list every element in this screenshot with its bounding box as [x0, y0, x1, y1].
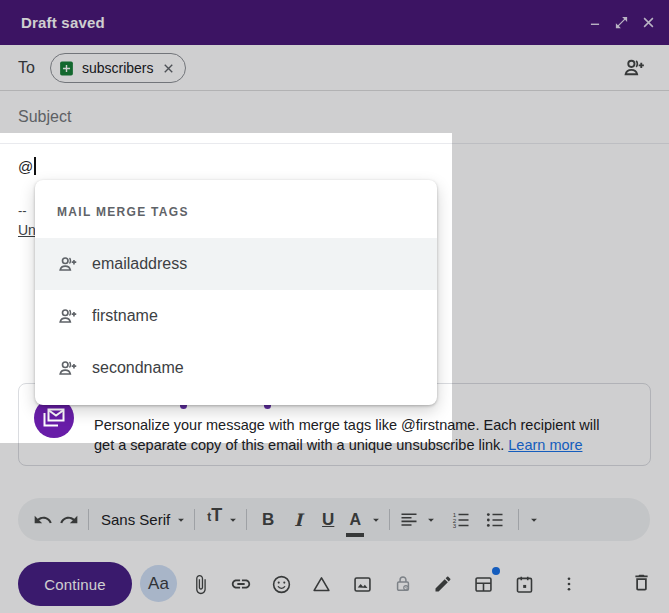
font-size-icon[interactable]: tT	[207, 505, 222, 535]
close-icon[interactable]	[641, 15, 656, 30]
align-icon[interactable]	[396, 505, 422, 535]
sheets-icon	[58, 60, 75, 77]
insert-emoji-icon[interactable]	[269, 571, 293, 597]
remove-recipient-icon[interactable]	[161, 61, 176, 76]
recipients-row[interactable]: To subscribers	[0, 45, 669, 91]
minimize-icon[interactable]	[588, 16, 602, 30]
recipient-chip[interactable]: subscribers	[50, 53, 186, 83]
menu-item-emailaddress[interactable]: emailaddress	[35, 238, 437, 290]
text-cursor	[34, 157, 36, 175]
recipient-chip-label: subscribers	[82, 60, 154, 76]
insert-drive-icon[interactable]	[310, 571, 334, 597]
merge-info-text: Personalize your message with merge tags…	[94, 416, 639, 455]
expand-icon[interactable]	[614, 15, 629, 30]
subject-placeholder: Subject	[18, 108, 71, 126]
notification-dot	[492, 567, 500, 575]
signature-dashes: --	[18, 203, 27, 218]
font-family-selector[interactable]: Sans Serif	[101, 511, 170, 528]
message-body[interactable]: @	[18, 157, 36, 175]
menu-header: MAIL MERGE TAGS	[35, 180, 437, 238]
bold-button[interactable]: B	[253, 505, 283, 535]
attach-file-icon[interactable]	[188, 571, 212, 597]
draft-status-title: Draft saved	[21, 14, 105, 31]
schedule-calendar-icon[interactable]	[512, 571, 536, 597]
underline-button[interactable]: U	[313, 505, 343, 535]
chevron-down-icon[interactable]	[369, 513, 383, 527]
formatting-options-toggle[interactable]: Aa	[140, 565, 177, 602]
svg-text:3: 3	[453, 521, 457, 528]
chevron-down-icon[interactable]	[226, 513, 240, 527]
divider	[0, 143, 669, 144]
formatting-toolbar: Sans Serif tT B I U A 123	[18, 498, 650, 541]
compose-window: Draft saved To subscribers Subject @ -- …	[0, 0, 669, 613]
confidential-mode-icon[interactable]	[391, 571, 415, 597]
titlebar[interactable]: Draft saved	[0, 0, 669, 45]
subject-row[interactable]: Subject	[0, 91, 669, 143]
signature-pen-icon[interactable]	[431, 571, 455, 597]
menu-item-firstname[interactable]: firstname	[35, 290, 437, 342]
redo-icon[interactable]	[56, 505, 82, 535]
more-options-icon[interactable]	[557, 571, 581, 597]
insert-image-icon[interactable]	[350, 571, 374, 597]
chevron-down-icon[interactable]	[424, 513, 438, 527]
insert-link-icon[interactable]	[229, 571, 253, 597]
add-contacts-icon[interactable]	[622, 55, 647, 84]
learn-more-link[interactable]: Learn more	[508, 437, 582, 453]
person-add-icon	[57, 253, 79, 275]
person-add-icon	[57, 305, 79, 327]
italic-button[interactable]: I	[283, 505, 313, 535]
chevron-down-icon[interactable]	[174, 513, 188, 527]
more-formatting-icon[interactable]	[527, 513, 541, 527]
mail-merge-table-icon[interactable]	[472, 571, 496, 597]
text-color-button[interactable]: A	[343, 505, 367, 535]
numbered-list-icon[interactable]: 123	[444, 505, 478, 535]
mail-merge-tags-menu: MAIL MERGE TAGS emailaddress firstname s…	[35, 180, 437, 405]
bulleted-list-icon[interactable]	[478, 505, 512, 535]
continue-button[interactable]: Continue	[18, 562, 132, 606]
menu-item-secondname[interactable]: secondname	[35, 342, 437, 394]
undo-icon[interactable]	[30, 505, 56, 535]
person-add-icon	[57, 357, 79, 379]
discard-draft-icon[interactable]	[631, 572, 652, 597]
unsubscribe-link-partial[interactable]: Un	[18, 222, 36, 238]
to-label: To	[18, 59, 35, 77]
